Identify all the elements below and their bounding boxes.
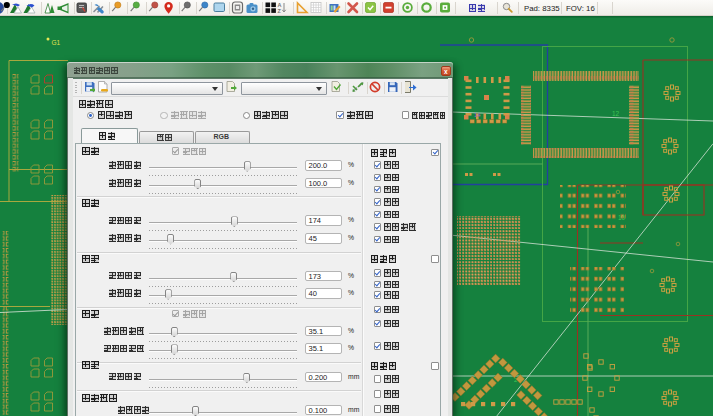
svg-text:10: 10 [618,214,626,221]
svg-text:Z: Z [278,8,282,14]
svg-text:12: 12 [612,110,620,117]
svg-text:14: 14 [474,112,481,118]
svg-text:G1: G1 [52,39,61,46]
